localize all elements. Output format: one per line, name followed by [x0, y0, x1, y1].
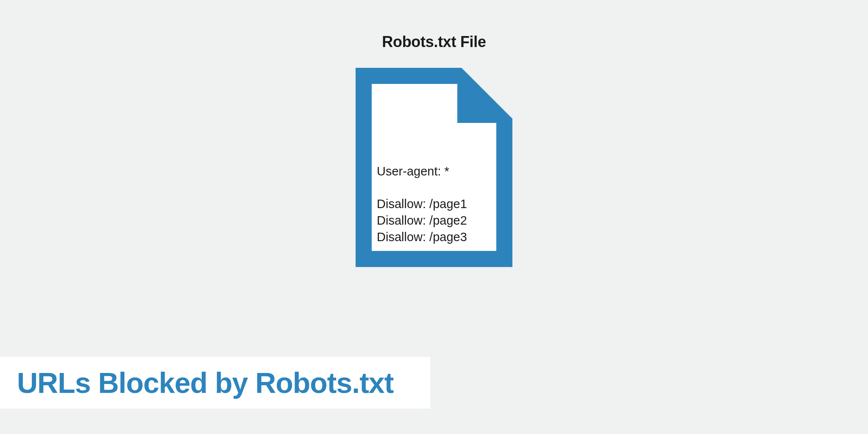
file-rule-line: Disallow: /page2	[377, 212, 491, 229]
bottom-badge: URLs Blocked by Robots.txt	[0, 357, 430, 409]
file-user-agent-line: User-agent: *	[377, 163, 491, 180]
file-rule-line: Disallow: /page3	[377, 229, 491, 245]
file-contents: User-agent: * Disallow: /page1 Disallow:…	[377, 163, 491, 246]
diagram-title: Robots.txt File	[382, 33, 486, 51]
file-rule-line: Disallow: /page1	[377, 196, 491, 212]
